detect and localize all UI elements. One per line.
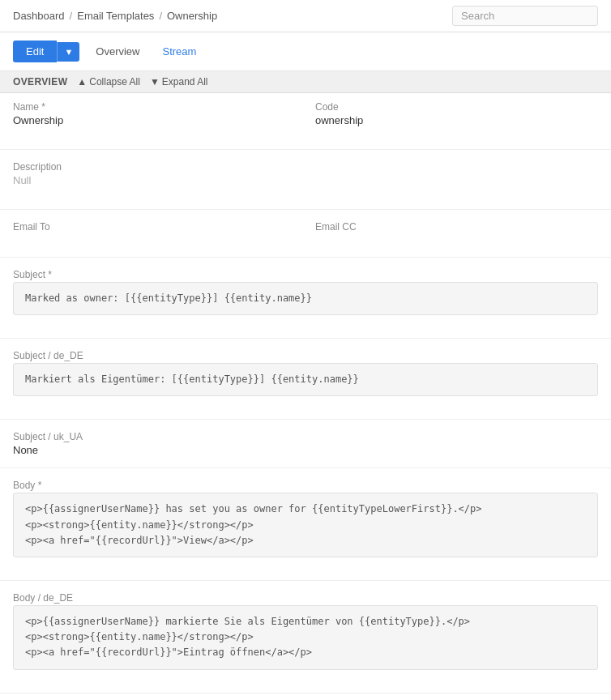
expand-chevron-icon: ▼ — [150, 76, 160, 88]
body-de-line-2: <p><strong>{{entity.name}}</strong></p> — [25, 630, 586, 645]
email-section: Email To Email CC — [0, 213, 611, 254]
subject-uk-label: Subject / uk_UA — [13, 431, 598, 442]
edit-button-group: Edit ▼ — [13, 41, 79, 62]
body-de-section: Body / de_DE <p>{{assignerUserName}} mar… — [0, 584, 611, 689]
name-value: Ownership — [13, 114, 296, 126]
email-cc-field: Email CC — [315, 221, 598, 234]
subject-de-label: Subject / de_DE — [13, 350, 598, 361]
description-label: Description — [13, 161, 598, 173]
section-header: OVERVIEW ▲ Collapse All ▼ Expand All — [0, 71, 611, 93]
body-de-value: <p>{{assignerUserName}} markierte Sie al… — [13, 605, 598, 670]
email-to-label: Email To — [13, 221, 296, 233]
body-line-1: <p>{{assignerUserName}} has set you as o… — [25, 502, 586, 517]
breadcrumb-ownership: Ownership — [167, 10, 217, 22]
collapse-all-label: Collapse All — [89, 76, 140, 88]
expand-all-label: Expand All — [162, 76, 208, 88]
edit-button[interactable]: Edit — [13, 41, 57, 62]
name-code-row: Name * Ownership Code ownership — [13, 101, 598, 126]
description-value: Null — [13, 174, 598, 186]
expand-all-button[interactable]: ▼ Expand All — [150, 76, 208, 88]
breadcrumb-email-templates[interactable]: Email Templates — [77, 10, 154, 22]
breadcrumb-sep-1: / — [70, 10, 73, 22]
section-header-actions: ▲ Collapse All ▼ Expand All — [77, 76, 207, 88]
code-label: Code — [315, 101, 598, 113]
body-de-label: Body / de_DE — [13, 592, 598, 604]
body-line-3: <p><a href="{{recordUrl}}">View</a></p> — [25, 533, 586, 548]
name-code-section: Name * Ownership Code ownership — [0, 93, 611, 146]
search-placeholder: Search — [461, 10, 494, 22]
content: Name * Ownership Code ownership Descript… — [0, 93, 611, 700]
name-field: Name * Ownership — [13, 101, 296, 126]
email-row: Email To Email CC — [13, 221, 598, 234]
stream-tab[interactable]: Stream — [156, 42, 203, 61]
body-label: Body * — [13, 480, 598, 491]
edit-dropdown-button[interactable]: ▼ — [57, 42, 79, 62]
body-de-line-1: <p>{{assignerUserName}} markierte Sie al… — [25, 614, 586, 630]
top-bar: Dashboard / Email Templates / Ownership … — [0, 0, 611, 32]
overview-tab[interactable]: Overview — [89, 42, 146, 61]
name-label: Name * — [13, 101, 296, 113]
breadcrumb: Dashboard / Email Templates / Ownership — [13, 10, 217, 22]
breadcrumb-sep-2: / — [159, 10, 162, 22]
description-field: Description Null — [13, 161, 598, 186]
collapse-chevron-icon: ▲ — [77, 76, 87, 88]
subject-uk-value: None — [13, 444, 598, 456]
body-line-2: <p><strong>{{entity.name}}</strong></p> — [25, 518, 586, 533]
breadcrumb-dashboard[interactable]: Dashboard — [13, 10, 65, 22]
body-de-line-3: <p><a href="{{recordUrl}}">Eintrag öffne… — [25, 645, 586, 660]
code-field: Code ownership — [315, 101, 598, 126]
search-box[interactable]: Search — [452, 6, 598, 26]
subject-de-value: Markiert als Eigentümer: [{{entityType}}… — [13, 363, 598, 396]
body-section: Body * <p>{{assignerUserName}} has set y… — [0, 472, 611, 577]
body-value: <p>{{assignerUserName}} has set you as o… — [13, 493, 598, 557]
section-title: OVERVIEW — [13, 76, 67, 88]
action-bar: Edit ▼ Overview Stream — [0, 32, 611, 71]
subject-value: Marked as owner: [{{entityType}}] {{enti… — [13, 282, 598, 315]
subject-label: Subject * — [13, 269, 598, 280]
code-value: ownership — [315, 114, 598, 126]
body-uk-section: Body / uk_UA None — [0, 697, 611, 701]
subject-de-section: Subject / de_DE Markiert als Eigentümer:… — [0, 342, 611, 416]
subject-section: Subject * Marked as owner: [{{entityType… — [0, 261, 611, 335]
description-section: Description Null — [0, 153, 611, 206]
email-cc-label: Email CC — [315, 221, 598, 233]
email-to-field: Email To — [13, 221, 296, 234]
subject-uk-section: Subject / uk_UA None — [0, 423, 611, 464]
collapse-all-button[interactable]: ▲ Collapse All — [77, 76, 140, 88]
